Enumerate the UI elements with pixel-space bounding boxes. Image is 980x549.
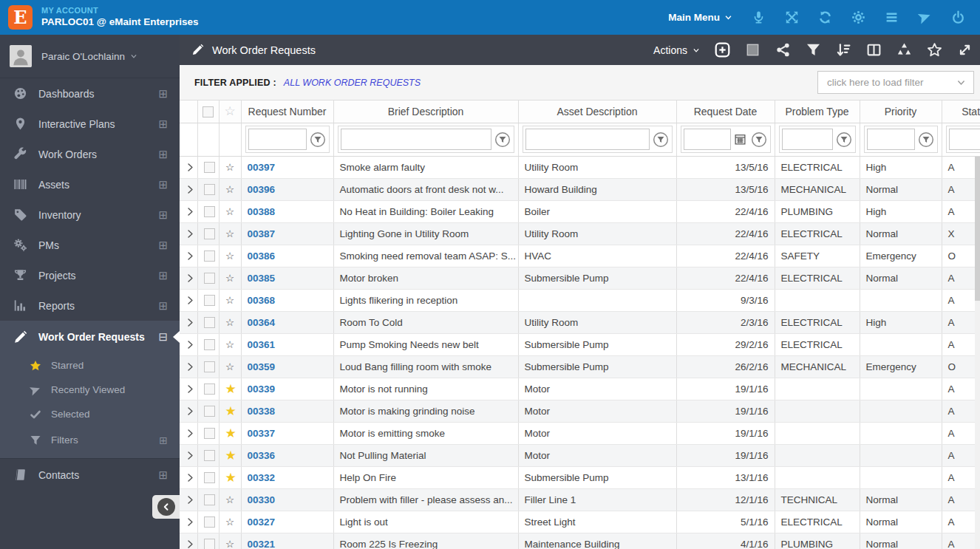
- column-header-problem-type[interactable]: Problem Type: [775, 100, 860, 123]
- row-expand-button[interactable]: [180, 511, 197, 533]
- sidebar-item-inventory[interactable]: Inventory ⊞: [0, 200, 180, 230]
- row-checkbox[interactable]: [204, 250, 215, 262]
- row-expand-button[interactable]: [180, 267, 197, 289]
- column-header-priority[interactable]: Priority: [860, 100, 942, 123]
- request-number-link[interactable]: 00336: [248, 450, 276, 461]
- star-column-header[interactable]: ☆: [219, 100, 241, 123]
- column-header-asset-description[interactable]: Asset Description: [518, 100, 676, 123]
- load-filter-dropdown[interactable]: click here to load filter: [817, 71, 974, 94]
- row-checkbox[interactable]: [204, 206, 215, 217]
- request-number-link[interactable]: 00368: [248, 295, 276, 306]
- expand-plus-icon[interactable]: ⊞: [158, 87, 168, 100]
- expand-plus-icon[interactable]: ⊞: [158, 239, 168, 252]
- filter-funnel-button[interactable]: [917, 131, 935, 149]
- row-expand-button[interactable]: [180, 178, 197, 200]
- filter-funnel-button[interactable]: [750, 131, 768, 149]
- row-checkbox[interactable]: [204, 472, 215, 483]
- row-expand-button[interactable]: [180, 355, 197, 378]
- row-expand-button[interactable]: [180, 311, 197, 333]
- row-expand-button[interactable]: [180, 156, 197, 178]
- gear-icon[interactable]: [851, 10, 865, 24]
- request-number-link[interactable]: 00338: [248, 406, 276, 417]
- filter-input-priority[interactable]: [867, 129, 915, 150]
- filter-input-brief-description[interactable]: [341, 129, 491, 150]
- request-number-link[interactable]: 00388: [248, 206, 276, 217]
- star-icon[interactable]: ☆: [225, 295, 234, 306]
- sidebar-item-work-orders[interactable]: Work Orders ⊞: [0, 139, 180, 169]
- star-icon[interactable]: ☆: [225, 361, 234, 372]
- star-icon[interactable]: ★: [225, 404, 237, 418]
- expand-plus-icon[interactable]: ⊞: [158, 269, 168, 282]
- filter-funnel-button[interactable]: [494, 131, 511, 149]
- expand-plus-icon[interactable]: ⊞: [158, 148, 168, 161]
- filter-funnel-button[interactable]: [309, 131, 327, 149]
- collapse-minus-icon[interactable]: ⊟: [158, 330, 168, 344]
- expand-plus-icon[interactable]: ⊞: [158, 468, 168, 482]
- star-icon[interactable]: ☆: [225, 184, 234, 195]
- row-expand-button[interactable]: [180, 222, 197, 245]
- star-icon[interactable]: ★: [225, 426, 237, 440]
- microphone-icon[interactable]: [752, 10, 766, 24]
- row-checkbox[interactable]: [204, 516, 215, 528]
- row-checkbox[interactable]: [204, 428, 215, 439]
- star-icon[interactable]: ☆: [225, 494, 234, 505]
- sidebar-item-interactive-plans[interactable]: Interactive Plans ⊞: [0, 109, 180, 139]
- filter-applied-value[interactable]: ALL WORK ORDER REQUESTS: [284, 78, 421, 88]
- sidebar-item-starred[interactable]: Starred: [0, 353, 180, 378]
- star-icon[interactable]: ☆: [225, 317, 234, 328]
- recycle-icon[interactable]: [896, 42, 912, 58]
- sidebar-item-recently-viewed[interactable]: Recently Viewed: [0, 378, 180, 402]
- filter-input-problem-type[interactable]: [782, 129, 833, 150]
- column-header-brief-description[interactable]: Brief Description: [333, 100, 518, 123]
- filter-input-request-number[interactable]: [248, 129, 307, 150]
- vertical-scrollbar[interactable]: [975, 157, 980, 549]
- request-number-link[interactable]: 00330: [248, 494, 276, 505]
- row-expand-button[interactable]: [180, 200, 197, 222]
- request-number-link[interactable]: 00386: [248, 250, 276, 262]
- row-checkbox[interactable]: [204, 295, 215, 306]
- sidebar-item-filters[interactable]: Filters ⊞: [0, 426, 180, 454]
- request-number-link[interactable]: 00361: [248, 339, 276, 350]
- request-number-link[interactable]: 00327: [248, 516, 276, 528]
- scrollbar-thumb[interactable]: [975, 157, 980, 301]
- row-checkbox[interactable]: [204, 450, 215, 461]
- column-header-request-number[interactable]: Request Number: [241, 100, 333, 123]
- star-icon[interactable]: ★: [225, 382, 237, 396]
- row-expand-button[interactable]: [180, 378, 197, 400]
- request-number-link[interactable]: 00339: [248, 383, 276, 395]
- user-menu[interactable]: Paraic O'Lochlainn: [0, 35, 180, 78]
- request-number-link[interactable]: 00387: [248, 228, 276, 239]
- sidebar-item-projects[interactable]: Projects ⊞: [0, 260, 180, 290]
- star-icon[interactable]: ★: [225, 449, 237, 463]
- request-number-link[interactable]: 00364: [248, 317, 276, 328]
- sidebar-item-work-order-requests[interactable]: Work Order Requests ⊟: [0, 321, 180, 353]
- emaint-logo[interactable]: E: [8, 5, 33, 30]
- filter-input-status[interactable]: [949, 129, 980, 150]
- sidebar-item-pms[interactable]: PMs ⊞: [0, 230, 180, 260]
- row-checkbox[interactable]: [204, 539, 215, 549]
- power-icon[interactable]: [951, 10, 965, 24]
- share-icon[interactable]: [775, 42, 791, 58]
- star-icon[interactable]: ☆: [225, 162, 234, 173]
- star-icon[interactable]: ☆: [225, 273, 234, 284]
- sort-icon[interactable]: [836, 42, 851, 58]
- row-expand-button[interactable]: [180, 400, 197, 422]
- sidebar-item-assets[interactable]: Assets ⊞: [0, 169, 180, 200]
- expand-plus-icon[interactable]: ⊞: [158, 299, 168, 313]
- calendar-icon[interactable]: [733, 132, 748, 147]
- filter-icon[interactable]: [806, 42, 821, 58]
- sidebar-item-selected[interactable]: Selected: [0, 402, 180, 426]
- sidebar-item-reports[interactable]: Reports ⊞: [0, 290, 180, 321]
- expand-plus-icon[interactable]: ⊞: [158, 208, 168, 222]
- star-icon[interactable]: ☆: [225, 206, 234, 217]
- row-expand-button[interactable]: [180, 245, 197, 267]
- star-icon[interactable]: ★: [225, 471, 237, 485]
- row-expand-button[interactable]: [180, 533, 197, 549]
- request-number-link[interactable]: 00359: [248, 361, 276, 372]
- expand-plus-icon[interactable]: ⊞: [158, 117, 168, 131]
- row-checkbox[interactable]: [204, 317, 215, 328]
- sidebar-item-contacts[interactable]: Contacts ⊞: [0, 458, 180, 491]
- row-checkbox[interactable]: [204, 383, 215, 395]
- expand-icon[interactable]: [957, 42, 973, 58]
- row-expand-button[interactable]: [180, 488, 197, 511]
